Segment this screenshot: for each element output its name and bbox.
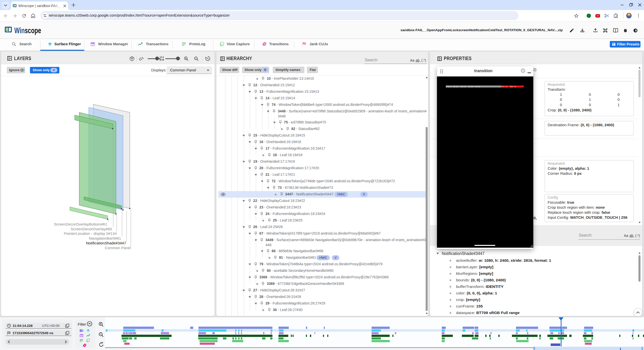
- svg-text:PointerLocation - display 0#13: PointerLocation - display 0#134: [64, 231, 117, 236]
- svg-text:Common Panel: Common Panel: [105, 246, 131, 250]
- svg-text:NotificationShade#3447: NotificationShade#3447: [86, 241, 126, 245]
- svg-text:ScreenDecorOverlay#60: ScreenDecorOverlay#60: [71, 227, 112, 231]
- svg-text:NavigationBar0#81: NavigationBar0#81: [89, 236, 121, 240]
- svg-text:ScreenDecorOverlayBottom#61: ScreenDecorOverlayBottom#61: [54, 222, 107, 226]
